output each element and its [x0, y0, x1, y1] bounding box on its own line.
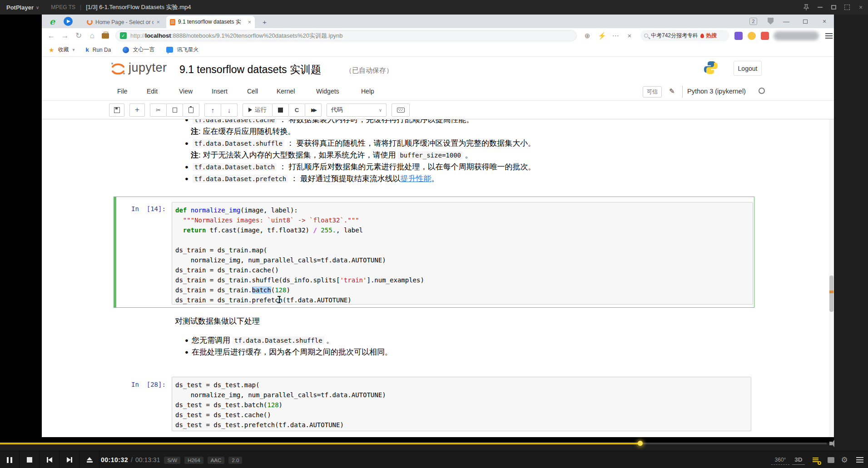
new-tab-button[interactable]: + [263, 18, 267, 26]
menu-help[interactable]: Help [361, 88, 374, 95]
maximize-icon[interactable] [830, 4, 837, 11]
playlist-search-button[interactable] [808, 451, 823, 468]
share-icon[interactable] [64, 17, 73, 26]
bookmark-wenxin[interactable]: 文心一言 [133, 46, 154, 54]
copy-cell-button[interactable] [166, 103, 183, 117]
page-scrollbar[interactable] [829, 119, 834, 437]
tab-notebook[interactable]: 9.1 tensorflow datasets 实 × [166, 16, 255, 28]
browser-logo-icon[interactable]: e [48, 17, 57, 26]
zoom-page-icon[interactable]: ⊕ [584, 32, 591, 40]
performance-link[interactable]: 提升性能 [401, 174, 432, 183]
jupyter-logo-text[interactable]: jupyter [129, 61, 167, 75]
restart-kernel-button[interactable]: C [288, 103, 305, 117]
scrollbar-thumb[interactable] [829, 276, 833, 312]
browser-minimize-icon[interactable]: — [782, 17, 790, 25]
total-time: 00:13:31 [135, 456, 160, 463]
back-icon[interactable]: ← [47, 31, 55, 40]
move-cell-down-button[interactable]: ↓ [221, 103, 238, 117]
chevron-down-icon[interactable]: ▼ [72, 48, 76, 52]
menu-file[interactable]: File [117, 88, 128, 95]
vr-360-button[interactable]: 360° [771, 455, 789, 465]
search-box[interactable]: 中考742分报考专科 热搜 [640, 30, 729, 41]
menu-edit[interactable]: Edit [147, 88, 158, 95]
xunfei-icon [166, 47, 173, 53]
intro-bullet-list: ●tf.data.Dataset.cache ： 将数据集装入内存时，先缓存再打… [42, 119, 723, 185]
text-cursor [277, 296, 282, 304]
kernel-name[interactable]: Python 3 (ipykernel) [687, 88, 746, 95]
tab-close-icon[interactable]: × [156, 19, 160, 25]
seek-bar[interactable] [0, 443, 827, 444]
menu-view[interactable]: View [179, 88, 193, 95]
jupyter-logo-icon[interactable] [110, 60, 126, 79]
stop-button[interactable] [20, 451, 40, 468]
address-bar[interactable]: ✓ http://localhost:8888/notebooks/9.1%20… [115, 30, 577, 41]
security-shield-icon[interactable] [768, 18, 774, 25]
reload-icon[interactable]: ↻ [74, 31, 83, 40]
jupyter-menubar: FileEditViewInsertCellKernelWidgetsHelp … [42, 83, 834, 101]
menu-kernel[interactable]: Kernel [277, 88, 295, 95]
favorites-star-icon[interactable]: ★ [49, 46, 55, 54]
collect-icon[interactable]: × [626, 32, 633, 39]
markdown-cell[interactable]: 对测试数据集做以下处理 ●您无需调用 tf.data.Dataset.shuff… [42, 315, 723, 358]
extension-red-icon[interactable] [761, 32, 769, 40]
mode-3d-button[interactable]: 3D [792, 455, 805, 465]
tab-home[interactable]: Home Page - Select or cre × [83, 16, 164, 28]
logout-button[interactable]: Logout [734, 61, 762, 76]
tab-close-icon[interactable]: × [248, 19, 251, 25]
more-tools-icon[interactable]: ⋯ [612, 32, 619, 40]
run-cell-button[interactable]: 运行 [243, 103, 273, 117]
jupyter-tab-icon [87, 19, 93, 25]
fullscreen-icon[interactable] [843, 4, 851, 11]
bookmark-xunfei[interactable]: 讯飞星火 [177, 46, 198, 54]
settings-gear-icon[interactable]: ⚙ [838, 451, 851, 468]
browser-close-icon[interactable]: × [820, 17, 828, 25]
interrupt-kernel-button[interactable] [272, 103, 289, 117]
extension-yellow-icon[interactable] [748, 32, 756, 40]
player-menu-button[interactable] [853, 451, 867, 468]
time-display: 00:10:32 / 00:13:31 S/WH264AAC2.0 [101, 451, 242, 468]
menu-insert[interactable]: Insert [212, 88, 228, 95]
next-button[interactable] [60, 451, 79, 468]
notebook-title[interactable]: 9.1 tensorflow datasets 实训题 [179, 63, 321, 77]
command-palette-button[interactable] [392, 103, 410, 117]
code-input-area[interactable]: def normalize_img(image, label): """Norm… [172, 202, 753, 305]
minimize-icon[interactable] [816, 4, 823, 11]
notebook-content: ●tf.data.Dataset.cache ： 将数据集装入内存时，先缓存再打… [42, 119, 829, 437]
close-icon[interactable]: × [857, 4, 864, 11]
menu-widgets[interactable]: Widgets [316, 88, 339, 95]
browser-maximize-icon[interactable] [801, 17, 809, 25]
code-line: ds_test = ds_test.batch(128) [175, 400, 751, 410]
restart-run-all-button[interactable]: ▶▶ [305, 103, 322, 117]
browser-menu-icon[interactable] [825, 32, 833, 40]
bookmark-run-da[interactable]: Run Da [93, 47, 111, 53]
save-button[interactable] [109, 103, 124, 117]
workspace-icon[interactable] [102, 33, 109, 39]
cell-type-select[interactable]: 代码 ∨ [327, 103, 387, 117]
previous-button[interactable] [40, 451, 60, 468]
pin-icon[interactable] [803, 4, 810, 11]
home-icon[interactable]: ⌂ [88, 31, 96, 40]
code-line [175, 235, 753, 245]
download-count-badge[interactable]: 2 [749, 18, 757, 25]
paste-cell-button[interactable] [183, 103, 199, 117]
video-frame[interactable]: e Home Page - Select or cre × 9.1 tensor… [0, 15, 834, 443]
menu-cell[interactable]: Cell [247, 88, 258, 95]
add-cell-button[interactable]: + [129, 103, 145, 117]
cut-cell-button[interactable]: ✂ [150, 103, 167, 117]
player-app-menu[interactable]: PotPlayer [6, 4, 34, 11]
forward-icon[interactable]: → [61, 31, 69, 40]
open-file-button[interactable] [80, 451, 99, 468]
video-filename: [1/3] 6-1.TensorFlow Datasets 实验.mp4 [86, 3, 191, 11]
account-blurred-area[interactable] [774, 31, 819, 40]
speed-mode-icon[interactable]: ⚡ [598, 32, 605, 40]
edit-pencil-icon[interactable]: ✎ [669, 87, 675, 95]
control-panel-button[interactable] [824, 451, 838, 468]
favorites-label[interactable]: 收藏 [58, 46, 69, 54]
trusted-badge[interactable]: 可信 [643, 86, 662, 98]
extension-purple-icon[interactable] [734, 32, 743, 40]
pause-button[interactable] [0, 451, 20, 468]
code-input-area[interactable]: ds_test = ds_test.map( normalize_img, nu… [172, 377, 751, 431]
tab-home-label: Home Page - Select or cre [95, 19, 154, 25]
seek-handle[interactable] [638, 441, 643, 446]
move-cell-up-button[interactable]: ↑ [204, 103, 221, 117]
